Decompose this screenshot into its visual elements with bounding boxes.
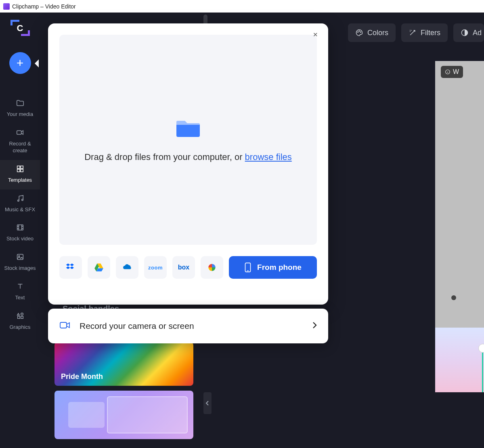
phone-icon [244, 262, 251, 273]
template-card-label: Pride Month [61, 372, 103, 381]
sidebar-item-label: Stock images [4, 265, 36, 272]
svg-point-10 [21, 313, 23, 315]
toolbar-label: Colors [367, 29, 388, 37]
svg-rect-4 [20, 169, 23, 172]
preview-gradient [435, 328, 484, 392]
sidebar-item-label: Music & SFX [5, 206, 35, 213]
left-sidebar: C + Your media Record & create Templates [0, 13, 40, 448]
sidebar-item-label: Templates [8, 177, 32, 184]
svg-point-5 [17, 200, 19, 201]
toolbar-label: Ad [473, 29, 482, 37]
preview-marker-line [482, 348, 483, 392]
dropbox-icon [65, 262, 76, 273]
svg-rect-19 [60, 322, 67, 328]
video-camera-icon [59, 320, 71, 332]
clipchamp-app-icon [3, 3, 10, 10]
sidebar-item-your-media[interactable]: Your media [0, 94, 40, 124]
svg-rect-8 [17, 254, 23, 260]
music-icon [15, 194, 25, 203]
template-card[interactable] [54, 391, 193, 439]
add-media-button[interactable]: + [9, 52, 31, 74]
clip-toolbar: Colors Filters Ad [348, 23, 484, 42]
sidebar-item-music-sfx[interactable]: Music & SFX [0, 189, 40, 219]
collapse-panel-button[interactable] [203, 392, 212, 414]
sidebar-item-text[interactable]: Text [0, 278, 40, 307]
sidebar-item-label: Graphics [9, 324, 30, 331]
shapes-icon [15, 311, 25, 321]
adjust-button[interactable]: Ad [453, 23, 484, 42]
svg-rect-3 [17, 169, 19, 172]
import-source-onedrive[interactable] [116, 256, 138, 279]
folder-icon [15, 98, 25, 108]
svg-rect-7 [17, 225, 23, 230]
info-icon [445, 69, 450, 75]
image-icon [15, 252, 25, 262]
svg-rect-2 [20, 166, 23, 168]
import-source-google-drive[interactable] [88, 256, 110, 279]
window-title: Clipchamp – Video Editor [12, 3, 76, 10]
watermark-badge[interactable]: W [441, 66, 463, 78]
import-source-box[interactable]: box [172, 256, 195, 279]
chevron-right-icon [312, 321, 317, 331]
svg-point-6 [21, 199, 23, 200]
google-photos-icon [207, 262, 217, 273]
record-bar-label: Record your camera or screen [80, 321, 303, 331]
video-preview: W [435, 61, 484, 392]
google-drive-icon [94, 262, 104, 273]
svg-point-13 [358, 32, 358, 33]
clipchamp-logo[interactable]: C [10, 20, 30, 36]
sidebar-item-record-create[interactable]: Record & create [0, 124, 40, 160]
sidebar-item-stock-video[interactable]: Stock video [0, 219, 40, 248]
zoom-logo-text: zoom [148, 265, 163, 271]
template-card-pride-month[interactable]: Pride Month [54, 342, 193, 386]
svg-rect-12 [21, 316, 23, 319]
magic-wand-icon [409, 29, 417, 37]
plus-icon: + [17, 57, 24, 69]
sidebar-item-stock-images[interactable]: Stock images [0, 248, 40, 278]
folder-open-icon [175, 116, 201, 141]
sidebar-item-graphics[interactable]: Graphics [0, 307, 40, 337]
file-dropzone[interactable]: Drag & drop files from your computer, or… [59, 35, 317, 245]
toolbar-label: Filters [421, 29, 440, 37]
preview-dot [451, 295, 456, 300]
colors-button[interactable]: Colors [348, 23, 396, 42]
palette-icon [355, 29, 363, 37]
svg-rect-11 [17, 316, 20, 319]
browse-files-link[interactable]: browse files [245, 152, 292, 162]
import-sources-row: zoom box From phone [59, 256, 317, 279]
sidebar-item-label: Your media [7, 111, 33, 118]
import-from-phone-button[interactable]: From phone [229, 256, 317, 279]
sidebar-item-label: Record & create [2, 141, 38, 154]
svg-point-14 [359, 31, 360, 32]
import-source-dropbox[interactable] [59, 256, 82, 279]
window-titlebar: Clipchamp – Video Editor [0, 0, 484, 13]
import-source-google-photos[interactable] [201, 256, 223, 279]
film-icon [15, 223, 25, 232]
badge-text: W [453, 68, 459, 76]
svg-point-15 [360, 32, 361, 33]
close-icon: ✕ [313, 31, 318, 38]
text-icon [15, 282, 25, 291]
svg-rect-1 [17, 166, 19, 168]
sidebar-item-label: Stock video [6, 236, 34, 242]
sidebar-item-label: Text [15, 294, 25, 301]
from-phone-label: From phone [257, 263, 302, 272]
filters-button[interactable]: Filters [401, 23, 448, 42]
onedrive-icon [122, 262, 132, 273]
import-media-modal: ✕ Drag & drop files from your computer, … [48, 23, 328, 305]
import-source-zoom[interactable]: zoom [144, 256, 167, 279]
record-camera-screen-button[interactable]: Record your camera or screen [48, 309, 328, 343]
adjust-icon [461, 29, 469, 37]
box-logo-text: box [178, 264, 189, 271]
video-camera-icon [15, 128, 25, 137]
templates-icon [15, 164, 25, 174]
close-button[interactable]: ✕ [311, 31, 319, 39]
chevron-left-icon [205, 400, 210, 406]
dropzone-text: Drag & drop files from your computer, or… [84, 150, 292, 164]
sidebar-item-templates[interactable]: Templates [0, 160, 40, 189]
svg-rect-0 [17, 130, 21, 134]
